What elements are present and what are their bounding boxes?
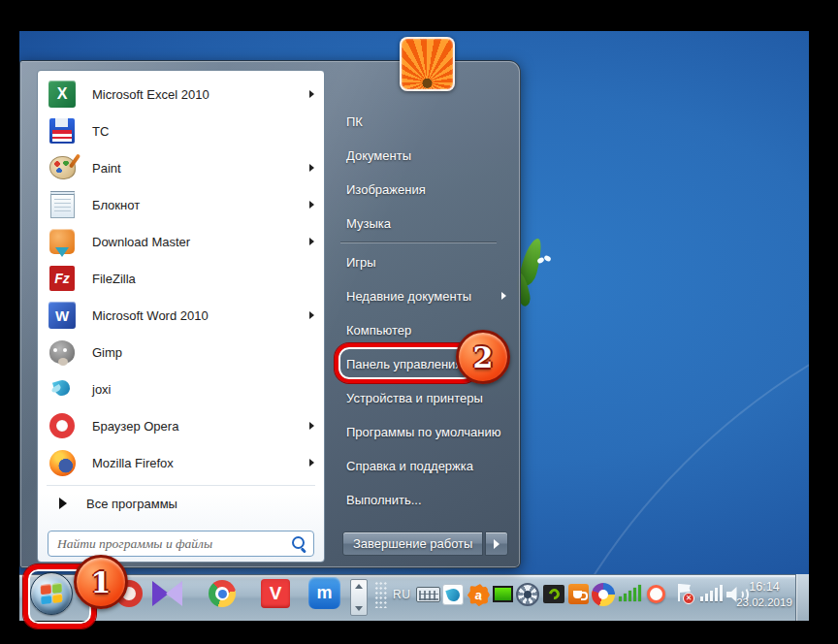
excel-icon: X [48, 80, 77, 109]
clock-time: 16:14 [725, 580, 803, 594]
scroll-down-icon [355, 606, 363, 611]
wallpaper-butterfly-icon [537, 256, 551, 266]
menu-item-excel[interactable]: X Microsoft Excel 2010 [38, 76, 324, 113]
tray-nvidia-icon[interactable] [543, 585, 564, 603]
menu-item-paint[interactable]: Paint [38, 149, 324, 186]
gimp-icon [48, 338, 77, 367]
menu-item-user-pk[interactable]: ПК [325, 105, 512, 139]
menu-item-run[interactable]: Выполнить... [325, 483, 512, 517]
wallpaper-arc [485, 264, 809, 621]
menu-item-tc[interactable]: TC [38, 113, 324, 149]
tray-language-indicator[interactable]: RU [393, 588, 410, 601]
word-icon: W [48, 301, 77, 330]
tray-record-icon[interactable] [647, 585, 665, 603]
shutdown-arrow-icon [494, 539, 500, 549]
menu-item-firefox[interactable]: Mozilla Firefox [38, 444, 324, 481]
submenu-arrow-icon [309, 311, 314, 319]
menu-item-opera[interactable]: Браузер Opera [38, 407, 324, 444]
menu-item-notepad[interactable]: Блокнот [38, 186, 324, 223]
search-icon[interactable] [291, 535, 306, 551]
submenu-arrow-icon [309, 164, 314, 172]
submenu-arrow-icon [309, 459, 314, 467]
tray-shutter-icon[interactable] [516, 583, 539, 606]
windows-flag-icon [41, 583, 63, 604]
show-desktop-button[interactable] [795, 574, 809, 621]
tray-signal-green-icon[interactable] [619, 585, 641, 601]
tray-download-master-icon[interactable] [592, 583, 615, 606]
scroll-up-icon [355, 584, 363, 589]
submenu-arrow-icon [309, 90, 314, 98]
menu-item-gimp[interactable]: Gimp [38, 334, 324, 370]
floppy-disk-icon [48, 116, 77, 145]
menu-item-games[interactable]: Игры [325, 245, 512, 279]
menu-item-devices-printers[interactable]: Устройства и принтеры [325, 381, 512, 415]
paint-palette-icon [48, 153, 77, 182]
search-input[interactable] [48, 531, 314, 557]
all-programs-button[interactable]: Все программы [38, 489, 324, 518]
start-menu-right-panel: ПК Документы Изображения Музыка Игры Нед… [325, 70, 512, 563]
menu-item-music[interactable]: Музыка [325, 207, 512, 241]
tray-action-center-flag-icon[interactable]: ✕ [675, 583, 694, 604]
menu-item-filezilla[interactable]: Fz FileZilla [38, 260, 324, 297]
start-button[interactable] [30, 572, 73, 615]
filezilla-icon: Fz [48, 264, 77, 293]
submenu-arrow-icon [309, 238, 314, 245]
tray-java-icon[interactable] [568, 584, 589, 604]
firefox-icon [48, 448, 77, 477]
clock-date: 23.02.2019 [725, 596, 803, 608]
submenu-arrow-icon [309, 422, 314, 430]
menu-item-download-master[interactable]: Download Master [38, 223, 324, 260]
opera-icon [48, 411, 77, 440]
shutdown-button[interactable]: Завершение работы [342, 531, 483, 556]
menu-item-control-panel[interactable]: Панель управления [325, 347, 512, 381]
divider [340, 242, 497, 243]
tray-grip-dots-icon [374, 581, 387, 608]
download-master-icon [48, 227, 77, 256]
taskbar-vivaldi-icon[interactable]: V [261, 579, 290, 608]
tray-display-icon[interactable] [493, 586, 513, 602]
submenu-arrow-icon [501, 292, 506, 300]
menu-item-help-support[interactable]: Справка и поддержка [325, 449, 512, 483]
start-menu-program-list: X Microsoft Excel 2010 TC Paint Блокнот … [37, 70, 325, 563]
start-menu: X Microsoft Excel 2010 TC Paint Блокнот … [19, 60, 521, 568]
menu-item-default-programs[interactable]: Программы по умолчанию [325, 415, 512, 449]
tray-network-icon[interactable] [700, 585, 723, 601]
shutdown-options-button[interactable] [485, 531, 508, 556]
tray-clock[interactable]: 16:14 23.02.2019 [725, 580, 803, 608]
taskbar-maxthon-icon[interactable]: m [308, 577, 340, 609]
desktop: V m RU a ✕ 16:14 23.02.2019 [19, 31, 809, 621]
menu-item-documents[interactable]: Документы [325, 139, 512, 173]
joxi-bird-icon [48, 374, 77, 403]
all-programs-arrow-icon [59, 498, 67, 509]
menu-item-joxi[interactable]: joxi [38, 370, 324, 407]
divider [47, 485, 315, 486]
notepad-icon [48, 190, 77, 219]
taskbar-chrome-icon[interactable] [209, 580, 236, 607]
tray-keyboard-icon[interactable] [416, 587, 440, 602]
tray-avast-icon[interactable]: a [467, 584, 490, 606]
submenu-arrow-icon [309, 201, 314, 209]
tray-toolbar-scroll[interactable] [350, 579, 368, 616]
taskbar-kmplayer-icon[interactable] [152, 581, 181, 606]
taskbar-opera-icon[interactable] [115, 580, 143, 607]
menu-item-word[interactable]: W Microsoft Word 2010 [38, 297, 324, 334]
screenshot-frame: V m RU a ✕ 16:14 23.02.2019 [0, 0, 838, 644]
tray-joxi-icon[interactable] [442, 584, 464, 605]
menu-item-pictures[interactable]: Изображения [325, 173, 512, 207]
menu-item-recent-documents[interactable]: Недавние документы [325, 279, 512, 313]
menu-item-computer[interactable]: Компьютер [325, 313, 512, 347]
user-avatar[interactable] [400, 37, 455, 91]
